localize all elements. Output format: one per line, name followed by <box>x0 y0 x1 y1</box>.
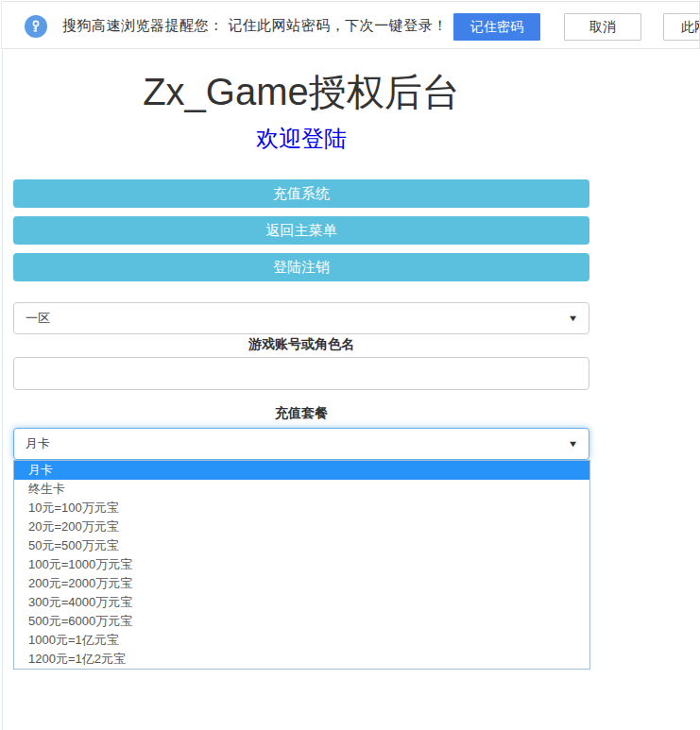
zone-select[interactable]: 一区 ▼ <box>13 302 589 334</box>
remember-password-button[interactable]: 记住密码 <box>453 13 540 41</box>
package-option[interactable]: 1000元=1亿元宝 <box>14 631 589 650</box>
page-title: Zx_Game授权后台 <box>13 66 589 118</box>
package-option[interactable]: 1200元=1亿2元宝 <box>14 650 589 669</box>
zone-select-value: 一区 <box>26 310 50 327</box>
package-option[interactable]: 月卡 <box>14 461 589 480</box>
package-option[interactable]: 300元=4000万元宝 <box>14 593 589 612</box>
package-option[interactable]: 100元=1000万元宝 <box>14 555 589 574</box>
password-prompt-text: 搜狗高速浏览器提醒您： 记住此网站密码，下次一键登录！ <box>62 2 448 49</box>
package-select-value: 月卡 <box>26 435 50 452</box>
package-option[interactable]: 20元=200万元宝 <box>14 518 589 536</box>
package-label: 充值套餐 <box>13 405 589 422</box>
package-option[interactable]: 10元=100万元宝 <box>14 499 589 518</box>
key-icon <box>25 15 47 38</box>
never-remind-button[interactable]: 此网 <box>663 13 700 41</box>
package-options-dropdown: 月卡终生卡10元=100万元宝20元=200万元宝50元=500万元宝100元=… <box>13 460 590 670</box>
welcome-login-link[interactable]: 欢迎登陆 <box>13 124 589 154</box>
window-edge-line <box>2 50 3 730</box>
account-input[interactable] <box>13 357 589 390</box>
account-label: 游戏账号或角色名 <box>13 336 589 353</box>
chevron-down-icon: ▼ <box>568 439 579 449</box>
package-select[interactable]: 月卡 ▼ <box>13 428 589 460</box>
cancel-button[interactable]: 取消 <box>564 13 641 41</box>
package-option[interactable]: 200元=2000万元宝 <box>14 574 589 593</box>
back-to-main-menu-button[interactable]: 返回主菜单 <box>13 216 589 245</box>
package-option[interactable]: 500元=6000万元宝 <box>14 612 589 631</box>
recharge-system-button[interactable]: 充值系统 <box>13 179 589 208</box>
logout-button[interactable]: 登陆注销 <box>13 253 589 281</box>
browser-password-bar: 搜狗高速浏览器提醒您： 记住此网站密码，下次一键登录！ 记住密码 取消 此网 <box>1 1 700 49</box>
chevron-down-icon: ▼ <box>568 314 579 323</box>
package-option[interactable]: 50元=500万元宝 <box>14 536 589 555</box>
package-option[interactable]: 终生卡 <box>14 480 589 499</box>
